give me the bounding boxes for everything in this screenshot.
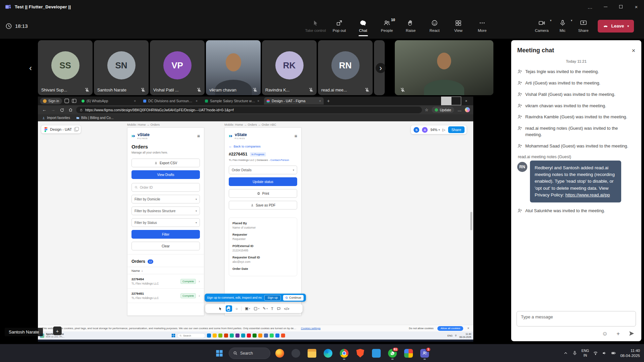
firefox-app-button[interactable] bbox=[273, 347, 286, 360]
app-icon[interactable] bbox=[207, 334, 211, 338]
scroll-right-icon[interactable]: › bbox=[376, 63, 386, 73]
taskbar-search[interactable]: Search bbox=[229, 348, 270, 359]
google-app-button[interactable] bbox=[402, 347, 415, 360]
back-icon[interactable]: ← bbox=[41, 107, 47, 112]
workspaces-icon[interactable] bbox=[64, 98, 69, 104]
send-icon[interactable] bbox=[629, 330, 635, 337]
widgets-button[interactable]: Sports Headline KKR vs LSG, IPL... bbox=[40, 333, 90, 339]
browser-menu-icon[interactable]: … bbox=[458, 108, 462, 112]
window-menu-icon[interactable]: … bbox=[582, 0, 598, 13]
battery-icon[interactable] bbox=[611, 351, 616, 356]
menu-icon[interactable]: ≡ bbox=[197, 133, 200, 139]
mic-chevron-icon[interactable]: ▾ bbox=[571, 19, 573, 22]
close-icon[interactable]: × bbox=[467, 326, 469, 330]
app-icon[interactable] bbox=[224, 334, 228, 338]
start-button[interactable] bbox=[213, 347, 226, 360]
move-tool-icon[interactable] bbox=[218, 307, 222, 311]
filter-button[interactable]: Filter bbox=[131, 230, 200, 239]
settings-app-button[interactable] bbox=[289, 347, 303, 360]
pop-out-button[interactable]: Pop out bbox=[327, 13, 351, 39]
minimize-button[interactable] bbox=[598, 0, 613, 13]
app-icon[interactable] bbox=[241, 334, 245, 338]
participant-tile[interactable]: SS Shivani Sup... bbox=[38, 40, 93, 95]
close-tab-icon[interactable]: × bbox=[319, 99, 321, 103]
close-chat-icon[interactable]: × bbox=[632, 48, 635, 54]
google-continue-button[interactable]: G Continue bbox=[283, 295, 304, 301]
import-favorites-button[interactable]: Import favorites bbox=[42, 116, 70, 120]
frame-tool-icon[interactable]: ▣▾ bbox=[245, 306, 250, 311]
update-status-button[interactable]: Update status bbox=[229, 177, 297, 186]
vscode-app-button[interactable] bbox=[370, 347, 383, 360]
app-icon[interactable] bbox=[218, 334, 222, 338]
participant-tile[interactable]: vikram chavan bbox=[206, 40, 261, 95]
mic-button[interactable]: ▾ Mic bbox=[552, 13, 573, 39]
deny-cookies-button[interactable]: Do not allow cookies bbox=[409, 327, 433, 330]
app-icon[interactable] bbox=[235, 334, 239, 338]
attach-plus-icon[interactable]: + bbox=[616, 331, 620, 337]
shared-clock[interactable]: 11:40 08-04-2025 bbox=[459, 333, 471, 339]
filter-status-select[interactable]: Filter by Status▾ bbox=[131, 218, 200, 227]
chat-button[interactable]: Chat bbox=[351, 13, 375, 39]
browser-tab[interactable]: (6) WhatsApp × bbox=[79, 97, 139, 105]
browser-tab-active[interactable]: Design - UAT - Figma × bbox=[264, 97, 324, 105]
canvas-scrollbar[interactable] bbox=[470, 212, 472, 230]
whatsapp-app-button[interactable]: 81 bbox=[386, 347, 399, 360]
app-icon[interactable] bbox=[258, 334, 262, 338]
app-icon[interactable] bbox=[247, 334, 251, 338]
browser-tab[interactable]: DC Divisions and Surroundings × bbox=[141, 97, 200, 105]
copilot-icon[interactable] bbox=[465, 107, 470, 112]
collaborator-avatar[interactable]: S bbox=[414, 127, 419, 133]
forward-icon[interactable]: → bbox=[50, 107, 56, 112]
tray-mic-icon[interactable] bbox=[572, 351, 577, 356]
print-button[interactable]: Print bbox=[229, 189, 297, 198]
filter-structure-select[interactable]: Filter by Business Structure▾ bbox=[131, 206, 200, 215]
language-indicator[interactable]: ENG bbox=[447, 335, 452, 337]
share-button[interactable]: Share bbox=[573, 13, 594, 39]
close-button[interactable]: × bbox=[629, 0, 644, 13]
back-to-companies-link[interactable]: ← Back to companies bbox=[229, 144, 297, 148]
pen-tool-icon[interactable]: ✎▾ bbox=[263, 306, 268, 311]
leave-button[interactable]: Leave ▾ bbox=[598, 20, 634, 33]
edge-app-button[interactable] bbox=[321, 347, 335, 360]
people-button[interactable]: 10 People bbox=[375, 13, 399, 39]
lasso-tool-icon[interactable]: ○ bbox=[235, 307, 238, 311]
raise-hand-button[interactable]: Raise bbox=[399, 13, 423, 39]
browser-profile-button[interactable]: Sign in bbox=[40, 98, 62, 104]
app-icon[interactable] bbox=[275, 334, 279, 338]
order-row[interactable]: 2279451 TL Flex Holdings LLC Complete › bbox=[127, 289, 204, 303]
tray-chevron-icon[interactable] bbox=[563, 351, 568, 356]
order-details-select[interactable]: Order Details▾ bbox=[229, 166, 297, 174]
participant-tile[interactable]: VP Vishal Patil ... bbox=[150, 40, 205, 95]
browser-update-button[interactable]: Update bbox=[432, 107, 454, 113]
camera-chevron-icon[interactable]: ▾ bbox=[550, 19, 552, 22]
app-icon[interactable] bbox=[264, 334, 268, 338]
react-button[interactable]: React bbox=[423, 13, 446, 39]
view-drafts-button[interactable]: View Drafts bbox=[131, 170, 200, 179]
bookmark-item[interactable]: Bills | Billing and Co... bbox=[76, 116, 114, 120]
order-id-input[interactable]: Order ID bbox=[131, 183, 200, 192]
close-tab-icon[interactable]: × bbox=[196, 99, 198, 103]
maximize-button[interactable] bbox=[613, 0, 629, 13]
emoji-icon[interactable]: ☺ bbox=[602, 331, 608, 337]
privacy-policy-link[interactable]: https://www.read.ai/pp bbox=[566, 192, 610, 197]
collaborator-avatar[interactable]: A bbox=[422, 127, 428, 133]
volume-icon[interactable] bbox=[602, 351, 607, 356]
chrome-app-button[interactable] bbox=[337, 347, 351, 360]
column-header[interactable]: Name ↓ bbox=[127, 267, 204, 274]
language-switcher[interactable]: ENG IN bbox=[581, 349, 589, 357]
filter-domicile-select[interactable]: Filter by Domicile▾ bbox=[131, 195, 200, 203]
file-explorer-button[interactable] bbox=[305, 347, 319, 360]
minimize-icon[interactable] bbox=[441, 97, 451, 105]
text-tool-icon[interactable]: T bbox=[271, 307, 273, 311]
more-button[interactable]: More bbox=[470, 13, 494, 39]
present-icon[interactable]: ▷ bbox=[442, 128, 445, 132]
view-button[interactable]: View bbox=[446, 13, 470, 39]
favorite-star-icon[interactable]: ☆ bbox=[425, 108, 428, 112]
zoom-in-button[interactable]: + bbox=[53, 326, 62, 335]
maximize-icon[interactable] bbox=[451, 97, 461, 105]
wifi-icon[interactable] bbox=[593, 351, 598, 356]
export-csv-button[interactable]: Export CSV bbox=[131, 159, 200, 167]
figma-share-button[interactable]: Share bbox=[448, 126, 465, 133]
app-icon[interactable] bbox=[213, 334, 217, 338]
new-tab-icon[interactable]: + bbox=[327, 98, 330, 104]
